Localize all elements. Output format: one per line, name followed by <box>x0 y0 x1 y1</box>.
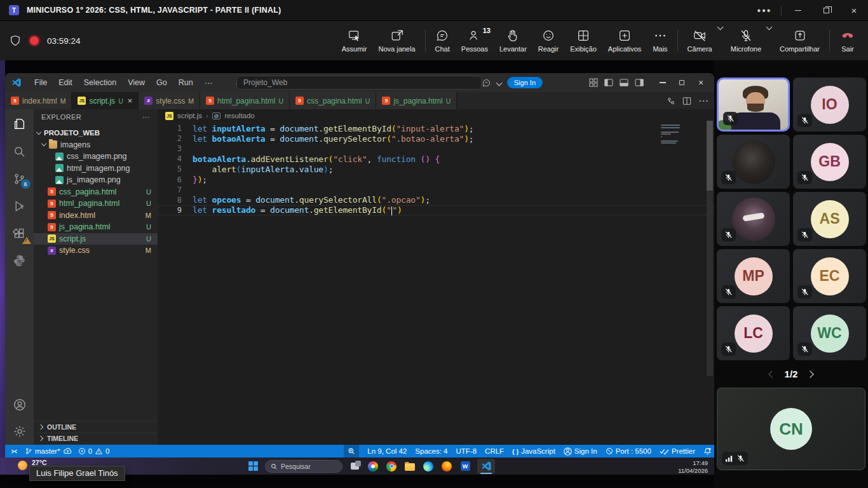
mic-options-chevron-icon[interactable] <box>766 24 773 30</box>
git-branch-status[interactable]: master* <box>25 447 72 455</box>
camera-button[interactable]: Câmera <box>682 29 718 53</box>
participant-tile-1[interactable] <box>717 78 790 132</box>
participant-tile-4[interactable]: GB <box>793 135 866 189</box>
maximize-button[interactable] <box>812 0 840 21</box>
start-button[interactable] <box>247 460 259 473</box>
code-line-8[interactable]: 8let opcoes = document.querySelectorAll(… <box>158 195 714 205</box>
vscode-restore-button[interactable] <box>672 73 691 92</box>
search-activity-icon[interactable] <box>11 143 28 159</box>
encoding-status[interactable]: UTF-8 <box>456 447 477 455</box>
code-line-5[interactable]: 5 alert(inputAlerta.value); <box>158 164 714 174</box>
editor-scrollbar[interactable] <box>707 121 713 376</box>
new-window-button[interactable]: Nova janela <box>372 29 421 53</box>
minimize-button[interactable] <box>784 0 812 21</box>
camera-options-chevron-icon[interactable] <box>717 24 723 30</box>
leave-button[interactable]: Sair <box>834 29 862 53</box>
explorer-item-script.js[interactable]: JSscript.jsU <box>34 233 158 245</box>
eol-status[interactable]: CRLF <box>485 447 504 455</box>
screencast-zoom-icon[interactable] <box>344 445 359 458</box>
sidebar-section-timeline[interactable]: TIMELINE <box>34 433 158 445</box>
toggle-panel-icon[interactable] <box>620 78 628 87</box>
customize-layout-icon[interactable] <box>589 78 598 87</box>
menu-run[interactable]: Run <box>173 77 198 89</box>
minimap[interactable] <box>661 125 681 144</box>
file-explorer-icon[interactable] <box>403 460 416 473</box>
code-line-2[interactable]: 2let botaoAlerta = document.querySelecto… <box>158 133 714 144</box>
sidebar-section-outline[interactable]: OUTLINE <box>34 421 158 433</box>
explorer-item-js_imagem.png[interactable]: js_imagem.png <box>34 174 158 186</box>
code-line-1[interactable]: 1let inputAlerta = document.getElementBy… <box>158 123 714 133</box>
tab-script.js[interactable]: JSscript.jsU× <box>72 92 139 109</box>
self-video-tile[interactable]: CN <box>717 388 865 470</box>
breadcrumb[interactable]: JS script.js › @ resultado <box>158 109 714 122</box>
participant-tile-5[interactable] <box>717 192 790 246</box>
copilot-chat-icon[interactable] <box>482 78 491 88</box>
problems-status[interactable]: 0 0 <box>78 447 110 455</box>
account-icon[interactable] <box>11 396 28 413</box>
apps-button[interactable]: Aplicativos <box>602 29 648 53</box>
taskbar-search-input[interactable]: Pesquisar <box>265 460 342 473</box>
toggle-sidebar-icon[interactable] <box>604 78 613 87</box>
edge-icon[interactable] <box>422 460 435 473</box>
menu-file[interactable]: File <box>29 77 52 89</box>
chrome-icon[interactable] <box>385 460 398 473</box>
participant-tile-7[interactable]: MP <box>717 249 790 303</box>
status-signin[interactable]: Sign In <box>564 447 597 456</box>
taskbar-clock[interactable]: 17:49 11/04/2026 <box>678 459 708 475</box>
menu-view[interactable]: View <box>123 77 150 89</box>
participant-tile-6[interactable]: AS <box>793 192 866 246</box>
photos-app-icon[interactable] <box>367 460 379 473</box>
prettier-status[interactable]: Prettier <box>660 447 695 455</box>
explorer-item-html_imagem.png[interactable]: html_imagem.png <box>34 163 158 175</box>
explorer-item-style.css[interactable]: #style.cssM <box>34 245 158 257</box>
remote-indicator[interactable] <box>10 447 18 456</box>
language-mode-status[interactable]: { }JavaScript <box>512 447 555 455</box>
close-button[interactable]: × <box>840 0 868 21</box>
close-tab-icon[interactable]: × <box>128 96 133 105</box>
indentation-status[interactable]: Spaces: 4 <box>415 447 447 455</box>
tab-css_pagina.html[interactable]: 5css_pagina.htmlU <box>290 92 376 109</box>
chat-options-chevron-icon[interactable] <box>496 79 502 86</box>
source-control-activity-icon[interactable]: 6 <box>11 170 28 187</box>
firefox-icon[interactable] <box>440 460 453 473</box>
participant-tile-3[interactable] <box>717 135 790 189</box>
take-control-button[interactable]: Assumir <box>336 29 373 53</box>
tab-js_pagina.html[interactable]: 5js_pagina.htmlU <box>376 92 457 109</box>
explorer-item-css_imagem.png[interactable]: css_imagem.png <box>34 151 158 163</box>
view-button[interactable]: Exibição <box>564 29 602 53</box>
tab-index.html[interactable]: 5index.htmlM <box>5 92 72 109</box>
tab-html_pagina.html[interactable]: 5html_pagina.htmlU <box>200 92 290 109</box>
explorer-item-html_pagina.html[interactable]: 5html_pagina.htmlU <box>34 198 158 210</box>
code-line-6[interactable]: 6}); <box>158 174 714 184</box>
code-line-9[interactable]: 9let resultado = document.getElementById… <box>158 205 714 215</box>
word-icon[interactable]: W <box>459 460 471 473</box>
code-editor[interactable]: 1let inputAlerta = document.getElementBy… <box>158 122 714 215</box>
react-button[interactable]: Reagir <box>532 29 564 53</box>
explorer-more-actions-icon[interactable]: ⋯ <box>142 113 150 121</box>
people-button[interactable]: 13 Pessoas <box>456 29 494 53</box>
extensions-activity-icon[interactable] <box>11 225 28 241</box>
tab-style.css[interactable]: #style.cssM <box>139 92 200 109</box>
vscode-minimize-button[interactable] <box>653 73 672 92</box>
task-view-icon[interactable] <box>348 460 361 473</box>
menu-edit[interactable]: Edit <box>53 77 78 89</box>
menu-go[interactable]: Go <box>151 77 172 89</box>
explorer-item-index.html[interactable]: 5index.htmlM <box>34 210 158 222</box>
code-line-3[interactable]: 3 <box>158 144 714 154</box>
notifications-bell-icon[interactable] <box>703 447 712 456</box>
participant-tile-2[interactable]: IO <box>793 78 866 132</box>
live-server-port-status[interactable]: Port : 5500 <box>606 447 651 455</box>
editor-actions-more-icon[interactable]: ⋯ <box>698 95 709 107</box>
vscode-taskbar-icon[interactable] <box>477 459 495 474</box>
vscode-signin-button[interactable]: Sign In <box>507 77 543 88</box>
split-editor-icon[interactable] <box>682 97 691 105</box>
chat-button[interactable]: Chat <box>430 29 456 53</box>
more-options-icon[interactable]: ••• <box>750 0 778 21</box>
explorer-root-folder[interactable]: PROJETO_WEB <box>34 127 158 139</box>
participant-tile-8[interactable]: EC <box>793 249 866 303</box>
settings-gear-icon[interactable] <box>11 423 28 440</box>
cursor-position-status[interactable]: Ln 9, Col 42 <box>367 447 407 455</box>
explorer-item-js_pagina.html[interactable]: 5js_pagina.htmlU <box>34 221 158 233</box>
next-page-chevron-icon[interactable] <box>807 370 814 377</box>
python-activity-icon[interactable] <box>11 252 28 269</box>
